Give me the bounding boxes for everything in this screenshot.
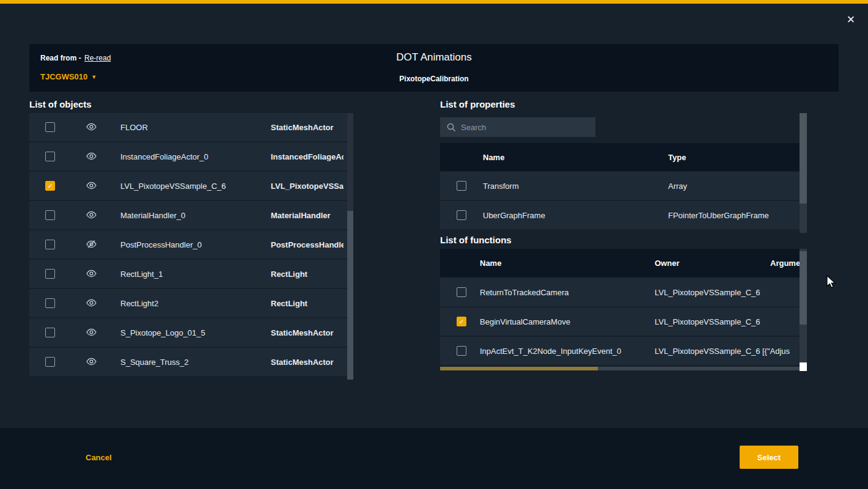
functions-heading: List of functions xyxy=(440,235,512,245)
close-icon[interactable]: × xyxy=(844,12,858,27)
object-type: LVL_PixotopeVSSan xyxy=(271,182,344,191)
object-row[interactable]: ✓ LVL_PixotopeVSSample_C_6 LVL_PixotopeV… xyxy=(29,172,347,200)
functions-col-name: Name xyxy=(480,259,501,268)
properties-col-type: Type xyxy=(668,153,686,162)
object-name: LVL_PixotopeVSSample_C_6 xyxy=(120,182,226,191)
properties-search[interactable] xyxy=(440,117,595,137)
property-name: Transform xyxy=(483,182,519,191)
properties-scrollbar[interactable] xyxy=(800,113,807,233)
function-owner: LVL_PixotopeVSSample_C_6 xyxy=(655,317,760,326)
object-row[interactable]: InstancedFoliageActor_0 InstancedFoliage… xyxy=(29,142,347,171)
object-type: PostProcessHandle xyxy=(271,240,344,249)
objects-heading: List of objects xyxy=(29,99,92,109)
eye-icon xyxy=(86,152,97,161)
object-row[interactable]: PostProcessHandler_0 PostProcessHandle xyxy=(29,230,347,259)
eye-slot[interactable] xyxy=(86,240,98,249)
mouse-cursor xyxy=(826,275,839,290)
dialog-header: Read from - Re-read TJCGWS010▼ DOT Anima… xyxy=(29,44,839,92)
object-name: RectLight_1 xyxy=(120,270,163,279)
object-row[interactable]: FLOOR StaticMeshActor xyxy=(29,113,347,141)
dialog-footer: Cancel Select xyxy=(0,428,868,489)
function-arguments: [{"Adjus xyxy=(762,347,790,356)
cancel-button[interactable]: Cancel xyxy=(86,453,112,462)
property-type: FPointerToUberGraphFrame xyxy=(668,211,769,220)
search-input[interactable] xyxy=(461,123,595,132)
dialog-title: DOT Animations xyxy=(29,51,839,64)
row-checkbox[interactable] xyxy=(45,240,55,249)
functions-scrollbar[interactable] xyxy=(800,249,807,362)
object-type: InstancedFoliageAc xyxy=(271,152,344,161)
eye-icon xyxy=(86,269,97,278)
object-row[interactable]: S_Square_Truss_2 StaticMeshActor xyxy=(29,348,347,376)
objects-scrollbar-thumb[interactable] xyxy=(347,113,353,211)
eye-icon xyxy=(86,122,97,131)
object-type: StaticMeshActor xyxy=(271,328,344,337)
row-checkbox[interactable] xyxy=(45,328,55,337)
functions-horizontal-scrollbar-thumb[interactable] xyxy=(440,367,598,370)
object-name: PostProcessHandler_0 xyxy=(120,240,202,249)
eye-slot[interactable] xyxy=(86,357,98,367)
eye-slot[interactable] xyxy=(86,210,98,220)
object-type: RectLight xyxy=(271,270,344,279)
functions-list: ReturnToTrackedCamera LVL_PixotopeVSSamp… xyxy=(440,278,800,366)
function-row[interactable]: InpActEvt_T_K2Node_InputKeyEvent_0 LVL_P… xyxy=(440,337,800,365)
object-name: S_Pixotope_Logo_01_5 xyxy=(120,328,205,337)
object-name: S_Square_Truss_2 xyxy=(120,358,189,367)
function-name: ReturnToTrackedCamera xyxy=(480,288,568,297)
eye-icon xyxy=(86,210,97,219)
row-checkbox[interactable] xyxy=(457,346,466,356)
object-type: StaticMeshActor xyxy=(271,358,344,367)
row-checkbox[interactable] xyxy=(45,210,55,220)
eye-slot[interactable] xyxy=(86,298,98,308)
row-checkbox[interactable] xyxy=(45,122,55,132)
functions-horizontal-scrollbar[interactable] xyxy=(440,367,800,370)
function-row[interactable]: ✓ BeginVirtualCameraMove LVL_PixotopeVSS… xyxy=(440,307,800,336)
object-name: InstancedFoliageActor_0 xyxy=(120,152,208,161)
row-checkbox[interactable] xyxy=(45,152,55,161)
function-name: InpActEvt_T_K2Node_InputKeyEvent_0 xyxy=(480,347,621,356)
row-checkbox[interactable]: ✓ xyxy=(457,317,466,326)
eye-off-icon xyxy=(86,240,97,249)
objects-scrollbar[interactable] xyxy=(347,113,353,380)
property-row[interactable]: Transform Array xyxy=(440,172,800,200)
eye-slot[interactable] xyxy=(86,152,98,161)
object-row[interactable]: MaterialHandler_0 MaterialHandler xyxy=(29,201,347,229)
object-name: FLOOR xyxy=(120,123,148,132)
row-checkbox[interactable] xyxy=(457,181,466,191)
select-button[interactable]: Select xyxy=(740,446,798,469)
function-row[interactable]: ReturnToTrackedCamera LVL_PixotopeVSSamp… xyxy=(440,278,800,306)
properties-scrollbar-thumb[interactable] xyxy=(800,113,807,204)
search-icon xyxy=(446,122,456,132)
properties-table-header: Name Type xyxy=(440,143,800,171)
eye-slot[interactable] xyxy=(86,181,98,191)
row-checkbox[interactable] xyxy=(457,287,466,297)
property-row[interactable]: UberGraphFrame FPointerToUberGraphFrame xyxy=(440,201,800,229)
objects-list: FLOOR StaticMeshActor InstancedFoliageAc… xyxy=(29,113,353,380)
row-checkbox[interactable] xyxy=(457,210,466,220)
property-type: Array xyxy=(668,182,687,191)
object-row[interactable]: RectLight2 RectLight xyxy=(29,289,347,317)
row-checkbox[interactable] xyxy=(45,298,55,308)
properties-heading: List of properties xyxy=(440,99,515,109)
object-name: MaterialHandler_0 xyxy=(120,211,185,220)
object-type: StaticMeshActor xyxy=(271,123,344,132)
functions-table-header: Name Owner Argume xyxy=(440,249,800,277)
object-type: RectLight xyxy=(271,299,344,308)
row-checkbox[interactable]: ✓ xyxy=(45,181,55,191)
row-checkbox[interactable] xyxy=(45,269,55,279)
object-row[interactable]: RectLight_1 RectLight xyxy=(29,260,347,288)
row-checkbox[interactable] xyxy=(45,357,55,367)
object-row[interactable]: S_Pixotope_Logo_01_5 StaticMeshActor xyxy=(29,318,347,347)
window-accent-bar xyxy=(0,0,868,4)
eye-slot[interactable] xyxy=(86,328,98,337)
function-owner: LVL_PixotopeVSSample_C_6 xyxy=(655,288,760,297)
eye-icon xyxy=(86,181,97,190)
function-owner: LVL_PixotopeVSSample_C_6 xyxy=(655,347,760,356)
function-name: BeginVirtualCameraMove xyxy=(480,317,570,326)
eye-slot[interactable] xyxy=(86,269,98,279)
dialog-subtitle: PixotopeCalibration xyxy=(29,75,839,83)
eye-slot[interactable] xyxy=(86,122,98,132)
functions-col-owner: Owner xyxy=(655,259,679,268)
functions-scrollbar-thumb[interactable] xyxy=(800,251,807,325)
eye-icon xyxy=(86,357,97,366)
